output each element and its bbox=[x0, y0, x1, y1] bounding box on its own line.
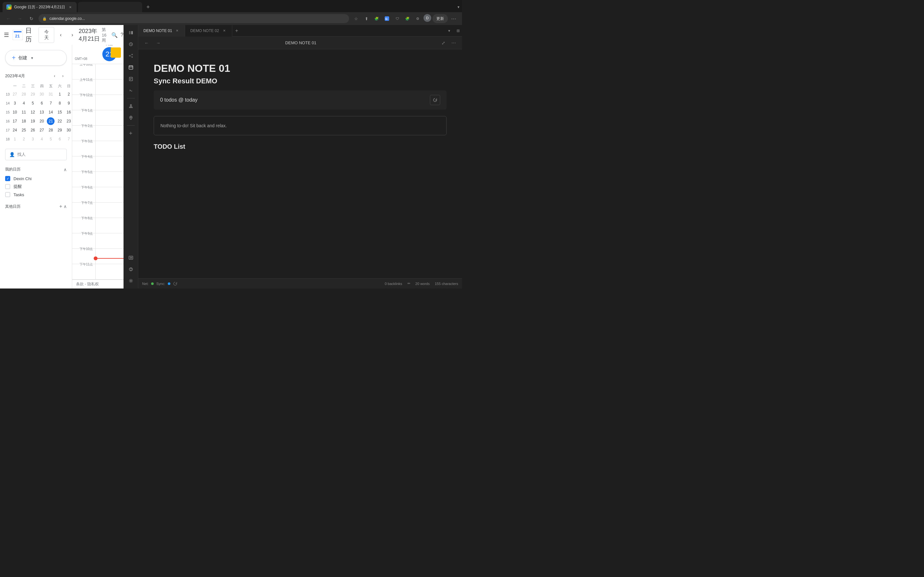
my-calendars-header[interactable]: 我的日历 ∧ bbox=[5, 167, 67, 172]
mini-cal-day[interactable]: 9 bbox=[64, 99, 72, 108]
vault-icon-btn[interactable] bbox=[126, 253, 136, 263]
forward-button[interactable]: → bbox=[15, 14, 24, 23]
person-icon-btn[interactable] bbox=[126, 101, 136, 111]
browser-ext-1[interactable]: 🧩 bbox=[372, 14, 381, 23]
mini-cal-day[interactable]: 30 bbox=[64, 126, 72, 135]
mini-cal-day[interactable]: 7 bbox=[64, 135, 72, 143]
update-button[interactable]: 更新 bbox=[433, 14, 448, 23]
time-cell-11am[interactable] bbox=[95, 79, 124, 95]
calendar-item-dexin[interactable]: ✓ Dexin Chi bbox=[5, 175, 67, 182]
note-tab-1-close[interactable]: ✕ bbox=[174, 28, 180, 33]
note-tab-2[interactable]: DEMO NOTE 02 ✕ bbox=[185, 25, 232, 37]
cal-next-button[interactable]: › bbox=[67, 30, 78, 40]
toolbar-expand-btn[interactable]: ⤢ bbox=[439, 39, 448, 47]
mini-cal-day[interactable]: 10 bbox=[10, 108, 19, 117]
note-editor[interactable]: DEMO NOTE 01 Sync Result DEMO 0 todos @ … bbox=[138, 49, 462, 278]
mini-cal-day[interactable]: 18 bbox=[19, 117, 28, 126]
add-other-calendar-icon[interactable]: + bbox=[59, 203, 62, 210]
mini-cal-day[interactable]: 19 bbox=[28, 117, 37, 126]
mini-cal-day[interactable]: 15 bbox=[55, 108, 64, 117]
settings-icon-btn[interactable] bbox=[126, 276, 136, 286]
mini-cal-day[interactable]: 13 bbox=[37, 108, 46, 117]
map-icon-btn[interactable] bbox=[126, 113, 136, 123]
mini-cal-day[interactable]: 5 bbox=[46, 135, 55, 143]
calendar-checkbox-reminder[interactable] bbox=[5, 184, 10, 189]
mini-cal-day[interactable]: 6 bbox=[37, 99, 46, 108]
mini-cal-day[interactable]: 29 bbox=[55, 126, 64, 135]
mini-cal-day[interactable]: 1 bbox=[10, 135, 19, 143]
time-cell-12pm[interactable] bbox=[95, 95, 124, 110]
mini-cal-day[interactable]: 20 bbox=[37, 117, 46, 126]
browser-ext-shield[interactable]: 🛡 bbox=[393, 14, 402, 23]
calendar-item-reminder[interactable]: 提醒 bbox=[5, 182, 67, 191]
tab-close-1[interactable]: ✕ bbox=[68, 5, 73, 10]
clipboard-icon-btn[interactable] bbox=[126, 74, 136, 84]
mini-cal-next-button[interactable]: › bbox=[59, 72, 67, 80]
mini-cal-day[interactable]: 11 bbox=[19, 108, 28, 117]
toolbar-more-btn[interactable]: ⋯ bbox=[449, 39, 458, 47]
browser-tab-2[interactable] bbox=[78, 2, 142, 12]
terminal-icon-btn[interactable] bbox=[126, 85, 136, 95]
share-btn[interactable]: ⬆ bbox=[362, 14, 371, 23]
mini-cal-day[interactable]: 6 bbox=[55, 135, 64, 143]
mini-cal-prev-button[interactable]: ‹ bbox=[51, 72, 58, 80]
graph-icon-btn[interactable] bbox=[126, 51, 136, 61]
mini-cal-day[interactable]: 4 bbox=[19, 99, 28, 108]
mini-cal-day[interactable]: 1 bbox=[55, 90, 64, 99]
time-cell-10am[interactable] bbox=[95, 64, 124, 79]
mini-cal-day[interactable]: 8 bbox=[55, 99, 64, 108]
create-event-button[interactable]: + 创建 ▾ bbox=[5, 50, 67, 66]
cal-prev-button[interactable]: ‹ bbox=[55, 30, 66, 40]
mini-cal-day[interactable]: 31 bbox=[46, 90, 55, 99]
browser-ext-puzzle[interactable]: 🧩 bbox=[403, 14, 412, 23]
cal-time-grid[interactable]: 上午10点 上午11点 下午12点 下午1点 bbox=[72, 64, 124, 279]
help-icon-btn[interactable] bbox=[126, 264, 136, 274]
note-tab-1[interactable]: DEMO NOTE 01 ✕ bbox=[138, 25, 185, 37]
mini-cal-day[interactable]: 26 bbox=[28, 126, 37, 135]
time-cell-11pm[interactable] bbox=[95, 264, 124, 279]
toolbar-back-button[interactable]: ← bbox=[142, 39, 151, 47]
mini-cal-day[interactable]: 22 bbox=[55, 117, 64, 126]
mini-cal-day[interactable]: 27 bbox=[10, 90, 19, 99]
bookmark-btn[interactable]: ☆ bbox=[352, 14, 360, 23]
mini-cal-day[interactable]: 2 bbox=[64, 90, 72, 99]
time-cell-3pm[interactable] bbox=[95, 141, 124, 156]
calendar-checkbox-dexin[interactable]: ✓ bbox=[5, 176, 10, 181]
browser-tab-1[interactable]: G Google 日历 - 2023年4月21日 ✕ bbox=[3, 2, 77, 12]
mini-cal-day[interactable]: 3 bbox=[10, 99, 19, 108]
browser-ext-google[interactable]: G bbox=[383, 14, 391, 23]
note-tab-2-close[interactable]: ✕ bbox=[222, 28, 227, 33]
mini-cal-day[interactable]: 7 bbox=[46, 99, 55, 108]
mini-cal-day[interactable]: 3 bbox=[28, 135, 37, 143]
time-cell-8pm[interactable] bbox=[95, 218, 124, 233]
cal-search-button[interactable]: 🔍 bbox=[111, 30, 118, 40]
mini-cal-day[interactable]: 4 bbox=[37, 135, 46, 143]
calendar-item-tasks[interactable]: Tasks bbox=[5, 191, 67, 198]
sidebar-toggle-btn[interactable] bbox=[126, 27, 136, 38]
calendar-checkbox-tasks[interactable] bbox=[5, 192, 10, 197]
cal-today-button[interactable]: 今天 bbox=[39, 27, 54, 43]
toolbar-forward-button[interactable]: → bbox=[153, 39, 163, 47]
note-layout-btn[interactable]: ⊞ bbox=[454, 27, 462, 35]
browser-ext-settings[interactable]: ⚙ bbox=[413, 14, 422, 23]
mini-cal-day[interactable]: 30 bbox=[37, 90, 46, 99]
mini-cal-day[interactable]: 29 bbox=[28, 90, 37, 99]
new-tab-button[interactable]: + bbox=[144, 3, 152, 11]
time-cell-6pm[interactable] bbox=[95, 187, 124, 202]
mini-cal-day[interactable]: 27 bbox=[37, 126, 46, 135]
time-cell-5pm[interactable] bbox=[95, 172, 124, 187]
time-cell-10pm[interactable] bbox=[95, 249, 124, 264]
note-tab-dropdown-btn[interactable]: ▾ bbox=[445, 27, 453, 35]
calendar-icon-btn[interactable] bbox=[126, 62, 136, 73]
refresh-button[interactable]: ↻ bbox=[27, 14, 36, 23]
time-cell-4pm[interactable] bbox=[95, 156, 124, 171]
address-bar[interactable]: 🔒 calendar.google.co... bbox=[39, 14, 349, 23]
profile-avatar[interactable]: D bbox=[423, 14, 431, 22]
mini-cal-day[interactable]: 25 bbox=[19, 126, 28, 135]
other-calendars-header[interactable]: 其他日历 + ∧ bbox=[5, 203, 67, 210]
history-icon-btn[interactable] bbox=[126, 39, 136, 49]
time-cell-9pm[interactable] bbox=[95, 234, 124, 248]
mini-cal-day[interactable]: 5 bbox=[28, 99, 37, 108]
mini-cal-day[interactable]: 12 bbox=[28, 108, 37, 117]
mini-cal-day-today[interactable]: 21 bbox=[46, 117, 55, 126]
